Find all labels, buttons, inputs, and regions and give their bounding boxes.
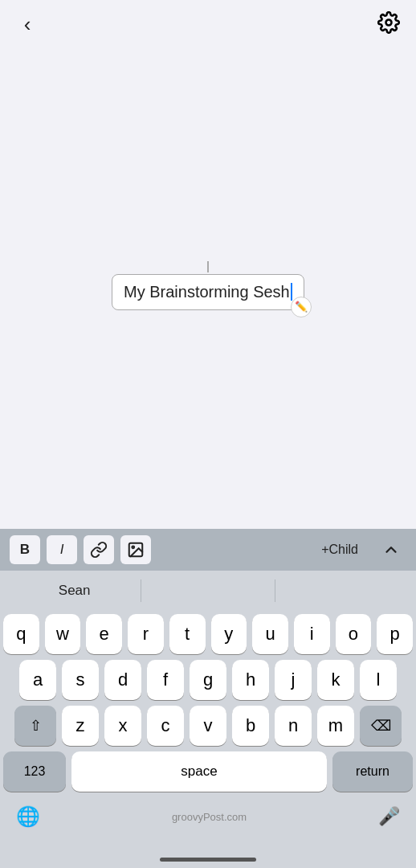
key-return[interactable]: return [332,751,413,792]
key-n[interactable]: n [275,706,312,746]
keyboard-toolbar: B I +Child [0,529,416,571]
link-button[interactable] [84,535,114,564]
key-l[interactable]: l [360,660,397,700]
key-h[interactable]: h [232,660,269,700]
italic-button[interactable]: I [47,535,77,564]
key-num[interactable]: 123 [3,751,66,792]
node-top-indicator [207,261,209,272]
node-text: My Brainstorming Sesh [124,283,290,301]
key-v[interactable]: v [190,706,226,746]
key-k[interactable]: k [317,660,354,700]
key-shift[interactable]: ⇧ [14,706,56,746]
pencil-icon: ✏️ [295,301,308,313]
image-button[interactable] [120,535,151,564]
key-w[interactable]: w [45,614,81,654]
key-m[interactable]: m [317,706,354,746]
svg-point-2 [132,546,134,548]
key-u[interactable]: u [252,614,288,654]
key-t[interactable]: t [169,614,206,654]
text-cursor [291,283,292,301]
svg-point-0 [386,20,392,26]
canvas-area: My Brainstorming Sesh ✏️ [0,48,416,522]
key-f[interactable]: f [147,660,184,700]
home-indicator [160,858,256,862]
key-rows: q w e r t y u i o p a s d f g h j k l ⇧ … [0,611,416,746]
key-q[interactable]: q [3,614,39,654]
key-z[interactable]: z [62,706,99,746]
key-d[interactable]: d [104,660,141,700]
microphone-button[interactable]: 🎤 [378,806,400,827]
back-button[interactable]: ‹ [13,10,42,39]
key-j[interactable]: j [275,660,312,700]
key-i[interactable]: i [294,614,330,654]
key-o[interactable]: o [336,614,372,654]
bold-button[interactable]: B [10,535,40,564]
predictive-word-1[interactable]: Sean [8,583,141,599]
key-row-bottom: 123 space return [0,751,416,792]
key-row-3: ⇧ z x c v b n m ⌫ [3,706,413,746]
edit-icon: ✏️ [291,297,312,317]
settings-button[interactable] [374,10,403,39]
watermark-text: groovyPost.com [172,811,247,823]
key-b[interactable]: b [232,706,269,746]
node-container: My Brainstorming Sesh ✏️ [112,261,304,310]
key-a[interactable]: a [19,660,56,700]
back-chevron-icon: ‹ [24,14,31,35]
key-space[interactable]: space [71,751,327,792]
key-delete[interactable]: ⌫ [360,706,402,746]
keyboard-area: Sean q w e r t y u i o p a s d f g h j [0,571,416,868]
predictive-divider-1 [141,579,141,602]
globe-button[interactable]: 🌐 [16,805,40,828]
key-s[interactable]: s [62,660,99,700]
key-row-2: a s d f g h j k l [3,660,413,700]
key-row-1: q w e r t y u i o p [3,614,413,654]
predictive-bar: Sean [0,571,416,611]
dismiss-keyboard-button[interactable] [376,535,406,564]
bottom-bar: 🌐 groovyPost.com 🎤 [0,800,416,837]
key-r[interactable]: r [128,614,164,654]
top-bar: ‹ [0,0,416,48]
key-g[interactable]: g [190,660,226,700]
key-x[interactable]: x [104,706,141,746]
key-p[interactable]: p [377,614,413,654]
key-y[interactable]: y [211,614,247,654]
key-c[interactable]: c [147,706,184,746]
key-e[interactable]: e [86,614,122,654]
predictive-divider-2 [275,579,275,602]
gear-icon [377,11,400,37]
add-child-button[interactable]: +Child [310,536,369,563]
node-card[interactable]: My Brainstorming Sesh ✏️ [112,274,304,310]
